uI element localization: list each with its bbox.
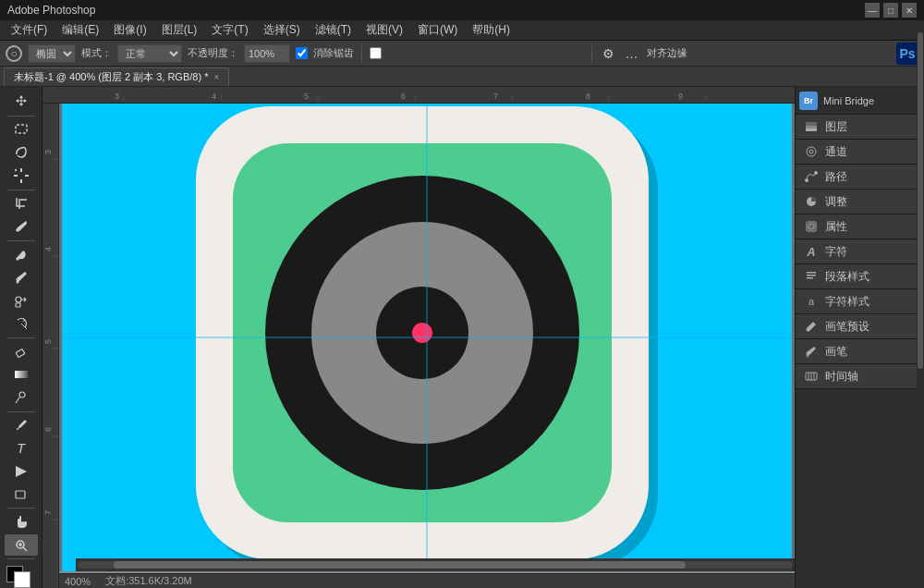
- scrollbar-thumb[interactable]: [114, 561, 686, 569]
- magic-wand-button[interactable]: [5, 165, 38, 187]
- text-tool-button[interactable]: T: [5, 437, 38, 459]
- color-swatch[interactable]: [5, 564, 38, 586]
- adjustments-panel-header[interactable]: 调整: [796, 190, 924, 214]
- tool-shape-select[interactable]: 椭圆: [28, 44, 76, 63]
- doc-info: 文档:351.6K/3.20M: [105, 574, 192, 588]
- svg-text:6: 6: [401, 92, 406, 101]
- history-brush-button[interactable]: [5, 312, 38, 335]
- timeline-icon: [803, 368, 820, 385]
- adjustments-label: 调整: [825, 194, 917, 210]
- toolbar-separator-6: [7, 508, 35, 508]
- adjustments-icon: [803, 193, 820, 210]
- character-icon: A: [803, 243, 820, 260]
- svg-rect-4: [25, 175, 29, 177]
- crop-tool-button[interactable]: [5, 193, 38, 215]
- panel-section-paths: 路径: [796, 165, 924, 190]
- paragraph-panel-header[interactable]: 段落样式: [796, 264, 924, 288]
- canvas-background[interactable]: [62, 104, 792, 571]
- left-toolbar: T: [0, 87, 43, 588]
- card-white: [196, 106, 649, 559]
- tab-label: 未标题-1 @ 400% (图层 2 副本 3, RGB/8) *: [14, 70, 208, 84]
- properties-label: 属性: [825, 219, 917, 235]
- brush-panel-header[interactable]: 画笔: [796, 339, 924, 363]
- ruler-left: 3 4 5 6 7: [43, 104, 59, 588]
- svg-rect-56: [807, 272, 816, 274]
- menu-layer[interactable]: 图层(L): [154, 20, 205, 40]
- options-bar: ○ 椭圆 模式： 正常 不透明度： 消除锯齿 ⚙ … 对齐边缘 Ps: [0, 41, 924, 67]
- speaker-inner-ring: [376, 287, 468, 379]
- character-panel-header[interactable]: A 字符: [796, 239, 924, 263]
- menu-text[interactable]: 文字(T): [204, 20, 255, 40]
- timeline-panel-header[interactable]: 时间轴: [796, 364, 924, 388]
- toolbar-separator-2: [7, 190, 35, 190]
- more-icon[interactable]: …: [623, 46, 641, 61]
- path-select-button[interactable]: [5, 460, 38, 483]
- brush-presets-panel-header[interactable]: 画笔预设: [796, 314, 924, 338]
- menu-filter[interactable]: 滤镜(T): [308, 20, 359, 40]
- canvas-container[interactable]: [59, 104, 795, 571]
- main-layout: T 3: [0, 87, 924, 588]
- properties-panel-header[interactable]: 属性: [796, 214, 924, 239]
- antialiased-checkbox[interactable]: [296, 47, 308, 59]
- lasso-tool-button[interactable]: [5, 141, 38, 164]
- menu-file[interactable]: 文件(F): [4, 20, 55, 40]
- char-style-panel-header[interactable]: a 字符样式: [796, 289, 924, 313]
- right-panel-scrollbar[interactable]: [917, 87, 924, 588]
- pen-tool-button[interactable]: [5, 414, 38, 436]
- svg-rect-0: [16, 125, 27, 133]
- paths-panel-header[interactable]: 路径: [796, 165, 924, 189]
- svg-text:7: 7: [43, 510, 53, 515]
- eraser-button[interactable]: [5, 340, 38, 362]
- speaker-outer-ring: [265, 176, 579, 490]
- maximize-button[interactable]: □: [883, 3, 898, 18]
- move-tool-button[interactable]: [5, 91, 38, 113]
- toolbar-separator-3: [7, 240, 35, 241]
- close-button[interactable]: ✕: [902, 3, 917, 18]
- opacity-input[interactable]: [244, 44, 290, 63]
- marquee-tool-button[interactable]: [5, 119, 38, 141]
- window-controls: — □ ✕: [865, 3, 917, 18]
- menu-image[interactable]: 图像(I): [106, 20, 153, 40]
- svg-text:4: 4: [43, 247, 53, 251]
- mode-select[interactable]: 正常: [117, 44, 182, 63]
- eyedropper-button[interactable]: [5, 215, 38, 238]
- channels-label: 通道: [825, 144, 917, 160]
- title-bar: Adobe Photoshop — □ ✕: [0, 0, 924, 20]
- brush-presets-icon: [803, 318, 820, 335]
- svg-text:3: 3: [43, 150, 53, 154]
- zoom-tool-button[interactable]: [5, 534, 38, 557]
- menu-view[interactable]: 视图(V): [359, 20, 410, 40]
- mini-bridge-icon: Br: [799, 92, 818, 110]
- character-label: 字符: [825, 244, 917, 260]
- opacity-label: 不透明度：: [188, 46, 238, 60]
- scrollbar-track[interactable]: [78, 561, 793, 569]
- layers-panel-header[interactable]: 图层: [796, 115, 924, 139]
- vertical-guide: [427, 104, 428, 571]
- tab-close-button[interactable]: ×: [213, 72, 219, 82]
- minimize-button[interactable]: —: [865, 3, 880, 18]
- clone-stamp-button[interactable]: [5, 289, 38, 312]
- hand-tool-button[interactable]: [5, 511, 38, 533]
- menu-edit[interactable]: 编辑(E): [55, 20, 106, 40]
- gradient-button[interactable]: [5, 363, 38, 386]
- menu-help[interactable]: 帮助(H): [465, 20, 517, 40]
- speaker-center-dot: [412, 323, 432, 343]
- svg-point-6: [16, 281, 18, 284]
- sample-all-checkbox[interactable]: [370, 47, 382, 59]
- document-tab[interactable]: 未标题-1 @ 400% (图层 2 副本 3, RGB/8) * ×: [4, 67, 229, 86]
- gear-icon[interactable]: ⚙: [600, 46, 617, 61]
- svg-text:5: 5: [43, 339, 53, 344]
- heal-tool-button[interactable]: [5, 244, 38, 266]
- dodge-button[interactable]: [5, 386, 38, 409]
- ps-logo: Ps: [896, 43, 918, 65]
- svg-rect-48: [806, 122, 817, 126]
- menu-window[interactable]: 窗口(W): [410, 20, 465, 40]
- shape-tool-button[interactable]: [5, 483, 38, 505]
- svg-text:9: 9: [678, 92, 683, 101]
- brush-icon: [803, 343, 820, 360]
- menu-select[interactable]: 选择(S): [256, 20, 308, 40]
- horizontal-scrollbar[interactable]: [76, 558, 795, 571]
- brush-tool-button[interactable]: [5, 266, 38, 288]
- panel-scroll-thumb[interactable]: [918, 87, 923, 369]
- channels-panel-header[interactable]: 通道: [796, 140, 924, 164]
